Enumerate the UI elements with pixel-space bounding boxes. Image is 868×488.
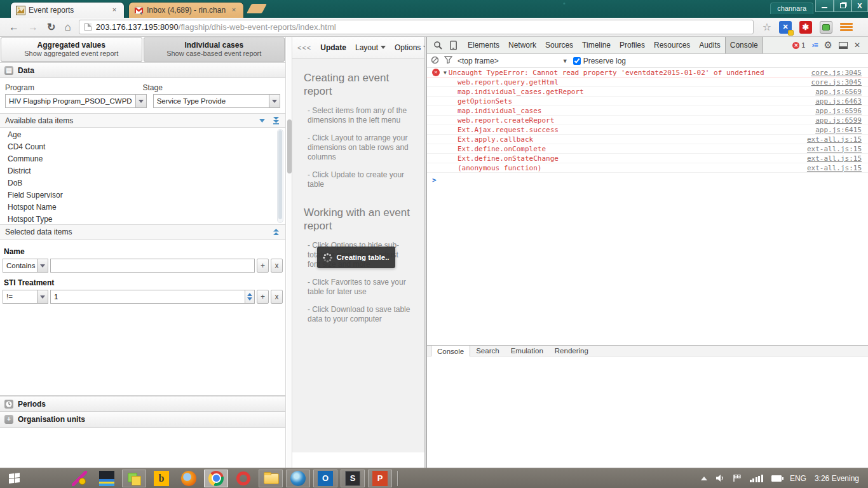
source-link[interactable]: app.js:6569 xyxy=(815,88,862,96)
frame-selector[interactable]: <top frame> ▼ xyxy=(458,57,568,65)
individual-cases-button[interactable]: Individual cases Show case-based event r… xyxy=(144,37,285,62)
available-data-item[interactable]: District xyxy=(0,164,285,176)
tab-close-icon[interactable]: × xyxy=(110,6,119,15)
chevron-down-icon[interactable] xyxy=(135,95,146,107)
extension-icon-downloader[interactable] xyxy=(820,21,832,34)
address-bar[interactable]: 203.176.137.195:8090/flagship/dhis-web-e… xyxy=(79,20,754,34)
devtools-tab[interactable]: Network xyxy=(504,37,541,53)
panel-scrollbar[interactable] xyxy=(287,37,292,468)
taskbar-app-icon[interactable] xyxy=(204,470,228,487)
extension-icon-blue[interactable]: ✕ xyxy=(779,21,792,34)
profile-button[interactable]: channara xyxy=(770,3,813,14)
available-data-item[interactable]: Hotspot Name xyxy=(0,200,285,212)
page-icon[interactable] xyxy=(85,23,92,31)
network-signal-icon[interactable] xyxy=(750,475,763,482)
available-data-item[interactable]: CD4 Count xyxy=(0,140,285,152)
remove-filter-button[interactable]: x xyxy=(271,290,283,304)
filter-value-input[interactable] xyxy=(51,259,254,272)
options-button[interactable]: Options xyxy=(395,43,428,52)
list-scrollbar[interactable] xyxy=(277,129,283,223)
source-link[interactable]: core.js:3045 xyxy=(811,69,862,77)
taskbar-app-icon[interactable] xyxy=(231,470,255,487)
chrome-menu-icon[interactable] xyxy=(840,22,853,32)
console-prompt[interactable]: > xyxy=(427,175,868,185)
available-data-item[interactable]: DoB xyxy=(0,176,285,188)
language-indicator[interactable]: ENG xyxy=(790,474,806,483)
devtools-tab[interactable]: Profiles xyxy=(615,37,649,53)
source-link[interactable]: core.js:3045 xyxy=(811,78,862,86)
tab-event-reports[interactable]: Event reports × xyxy=(10,2,125,18)
source-link[interactable]: ext-all.js:15 xyxy=(807,145,862,153)
source-link[interactable]: app.js:6596 xyxy=(815,107,862,115)
source-link[interactable]: app.js:6463 xyxy=(815,97,862,105)
devtools-tab[interactable]: Elements xyxy=(463,37,504,53)
filter-icon[interactable] xyxy=(444,56,452,65)
add-filter-button[interactable]: + xyxy=(257,290,269,304)
drawer-tab[interactable]: Search xyxy=(470,346,505,356)
chevron-down-icon[interactable] xyxy=(37,259,48,272)
devtools-close-icon[interactable]: ✕ xyxy=(854,41,860,50)
gear-icon[interactable]: ⚙ xyxy=(824,39,832,51)
start-button[interactable] xyxy=(0,468,28,488)
expand-triangle-icon[interactable]: ▼ xyxy=(444,70,447,76)
available-data-item[interactable]: Field Supervisor xyxy=(0,188,285,200)
filter-value-input[interactable] xyxy=(51,290,254,303)
close-button[interactable]: X xyxy=(851,0,868,12)
console-drawer-toggle-icon[interactable]: ›≡ xyxy=(811,41,817,50)
devtools-tab[interactable]: Timeline xyxy=(578,37,615,53)
minimize-button[interactable] xyxy=(815,0,834,12)
back-button[interactable]: ← xyxy=(9,22,19,32)
drawer-tab[interactable]: Emulation xyxy=(505,346,549,356)
taskbar-app-icon[interactable] xyxy=(177,470,201,487)
collapse-panel-button[interactable]: <<< xyxy=(297,44,311,51)
remove-filter-button[interactable]: x xyxy=(271,259,283,273)
action-center-flag-icon[interactable] xyxy=(733,474,742,482)
source-link[interactable]: ext-all.js:15 xyxy=(807,135,862,144)
preserve-log-checkbox[interactable] xyxy=(573,57,581,65)
available-data-item[interactable]: Age xyxy=(0,128,285,140)
source-link[interactable]: ext-all.js:15 xyxy=(807,154,862,163)
show-hidden-icons-button[interactable] xyxy=(701,473,707,480)
number-spinner[interactable] xyxy=(245,290,254,303)
restore-button[interactable] xyxy=(834,0,851,12)
preserve-log-option[interactable]: Preserve log xyxy=(573,57,626,65)
home-button[interactable]: ⌂ xyxy=(64,22,71,32)
move-selected-down-icon[interactable] xyxy=(258,117,266,125)
taskbar-app-icon[interactable]: O xyxy=(313,470,337,487)
available-data-item[interactable]: Hotspot Type xyxy=(0,212,285,224)
device-mode-icon[interactable] xyxy=(450,41,457,50)
operator-select[interactable]: != xyxy=(3,290,48,304)
drawer-tab[interactable]: Rendering xyxy=(549,346,594,356)
error-count-badge[interactable]: ✕ 1 xyxy=(792,41,805,49)
extension-icon-asterisk[interactable]: ✱ xyxy=(799,21,812,34)
clock[interactable]: 3:26 Evening xyxy=(815,474,859,483)
source-link[interactable]: ext-all.js:15 xyxy=(807,164,862,172)
layout-button[interactable]: Layout xyxy=(355,43,386,52)
clear-console-icon[interactable] xyxy=(431,56,439,66)
taskbar-app-icon[interactable] xyxy=(259,470,283,487)
drawer-tab[interactable]: Console xyxy=(431,346,470,356)
volume-icon[interactable] xyxy=(715,474,724,482)
accordion-periods[interactable]: Periods xyxy=(0,396,285,412)
taskbar-app-icon[interactable] xyxy=(122,470,146,487)
add-filter-button[interactable]: + xyxy=(257,259,269,273)
reload-button[interactable]: ↻ xyxy=(47,22,55,32)
move-all-down-icon[interactable] xyxy=(272,116,280,125)
dock-side-icon[interactable] xyxy=(839,42,848,49)
console-error-row[interactable]: ✕ ▼ Uncaught TypeError: Cannot read prop… xyxy=(427,68,868,78)
accordion-organisation-units[interactable]: + Organisation units xyxy=(0,412,285,428)
taskbar-app-icon[interactable] xyxy=(67,470,92,487)
forward-button[interactable]: → xyxy=(28,22,38,32)
chevron-down-icon[interactable] xyxy=(269,95,280,107)
chevron-down-icon[interactable] xyxy=(37,290,48,303)
source-link[interactable]: app.js:6415 xyxy=(815,126,862,134)
taskbar-app-icon[interactable]: S xyxy=(341,470,365,487)
devtools-tab[interactable]: Resources xyxy=(649,37,695,53)
devtools-tab[interactable]: Audits xyxy=(695,37,724,53)
update-button[interactable]: Update xyxy=(320,43,346,52)
bookmark-star-icon[interactable]: ☆ xyxy=(763,21,771,33)
taskbar-app-icon[interactable] xyxy=(286,470,310,487)
program-select[interactable]: HIV Flagship Program_PSOD_CWPD xyxy=(5,94,147,108)
taskbar-app-icon[interactable]: P xyxy=(368,470,392,487)
aggregated-values-button[interactable]: Aggregated values Show aggregated event … xyxy=(1,37,142,62)
